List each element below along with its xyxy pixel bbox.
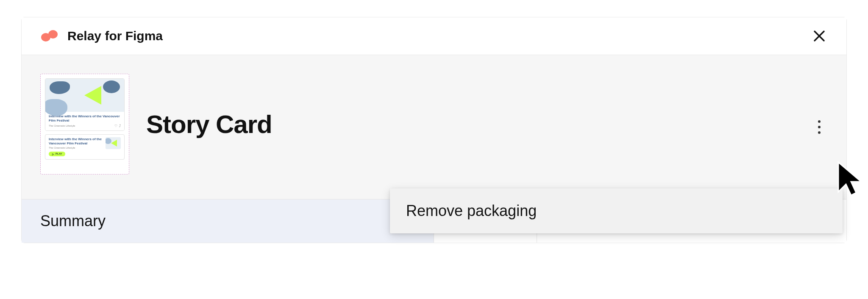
- relay-logo-icon: [40, 30, 59, 42]
- more-options-button[interactable]: [811, 119, 828, 136]
- more-vertical-icon: [818, 120, 821, 134]
- heart-icon: ♡: [114, 124, 117, 128]
- close-button[interactable]: [811, 28, 828, 44]
- share-icon: ⤴: [119, 124, 121, 128]
- panel-header: Relay for Figma: [22, 17, 846, 55]
- panel-title: Relay for Figma: [67, 29, 163, 43]
- close-icon: [813, 30, 826, 42]
- component-title: Story Card: [146, 110, 272, 139]
- tab-summary[interactable]: Summary: [22, 199, 434, 243]
- context-menu: Remove packaging: [390, 188, 843, 233]
- component-thumbnail: Interview with the Winners of the Vancou…: [40, 74, 129, 174]
- thumbnail-action-icons: ♡ ⤴: [114, 124, 121, 128]
- svg-point-1: [48, 30, 58, 39]
- header-left: Relay for Figma: [40, 29, 163, 43]
- thumbnail-small-text: Interview with the Winners of the Vancou…: [49, 137, 102, 157]
- menu-item-remove-packaging[interactable]: Remove packaging: [390, 188, 843, 233]
- play-triangle-icon: [84, 86, 101, 105]
- thumbnail-small-image: [106, 137, 121, 149]
- thumbnail-small-title: Interview with the Winners of the Vancou…: [49, 137, 102, 146]
- thumbnail-card-large: Interview with the Winners of the Vancou…: [45, 78, 125, 131]
- component-header-area: Interview with the Winners of the Vancou…: [22, 55, 846, 199]
- thumbnail-card-subtitle: The Cinematic Lifestyle ♡ ⤴: [49, 124, 121, 128]
- thumbnail-small-subtitle: The Cinematic Lifestyle: [49, 147, 102, 149]
- thumbnail-card-small: Interview with the Winners of the Vancou…: [45, 134, 125, 160]
- thumbnail-card-image: [45, 79, 124, 112]
- play-triangle-small-icon: [111, 140, 117, 147]
- play-badge: ▷ PLAY: [49, 152, 65, 156]
